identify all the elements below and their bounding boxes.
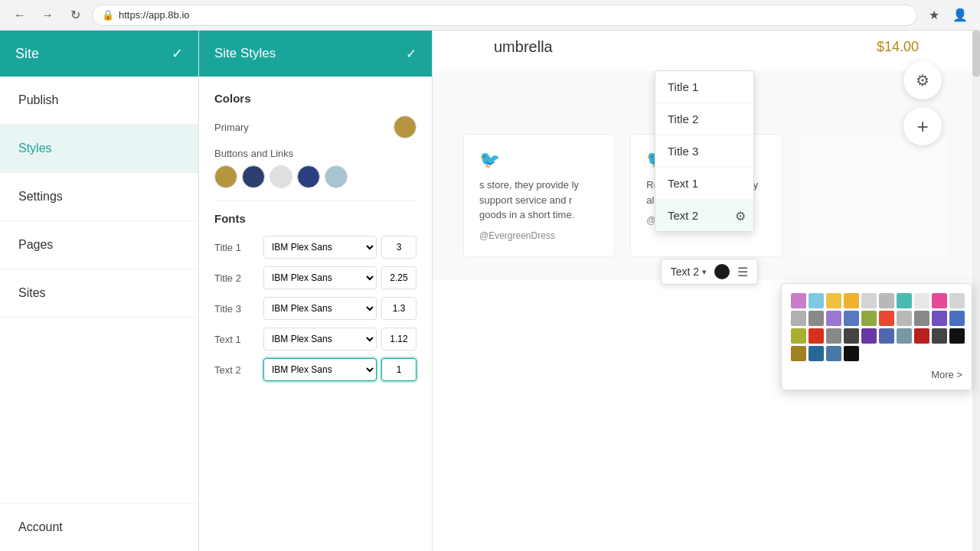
sidebar-item-publish[interactable]: Publish xyxy=(0,77,198,125)
color-cell[interactable] xyxy=(932,311,947,326)
font-type-dropdown: Title 1 Title 2 Title 3 Text 1 Text 2 ⚙ xyxy=(655,70,754,232)
color-cell[interactable] xyxy=(844,346,859,361)
gear-button[interactable]: ⚙ xyxy=(903,61,942,99)
sidebar-nav: Publish Styles Settings Pages Sites Acco… xyxy=(0,77,198,551)
canvas-top-bar: umbrella $14.00 xyxy=(433,31,980,64)
color-cell[interactable] xyxy=(949,293,965,308)
sidebar-item-account[interactable]: Account xyxy=(0,503,198,551)
product-price: $14.00 xyxy=(877,39,919,55)
font-label-text1: Text 1 xyxy=(214,334,259,345)
buttons-links-label: Buttons and Links xyxy=(214,148,416,159)
font-label-title1: Title 1 xyxy=(214,242,259,253)
font-size-title3[interactable] xyxy=(381,297,416,320)
profile-button[interactable]: 👤 xyxy=(949,5,971,26)
refresh-button[interactable]: ↻ xyxy=(64,5,86,26)
color-cell[interactable] xyxy=(914,293,929,308)
sidebar-item-label: Publish xyxy=(18,93,58,106)
sidebar-item-label: Styles xyxy=(18,142,52,155)
font-select-text2[interactable]: IBM Plex Sans xyxy=(263,358,377,381)
sidebar-item-pages[interactable]: Pages xyxy=(0,221,198,269)
btn-color-2[interactable] xyxy=(242,165,265,188)
font-select-text1[interactable]: IBM Plex Sans xyxy=(263,328,377,350)
more-colors-button[interactable]: More > xyxy=(791,366,962,380)
font-select-title2[interactable]: IBM Plex Sans xyxy=(263,266,377,289)
back-button[interactable]: ← xyxy=(9,5,31,26)
font-select-title1[interactable]: IBM Plex Sans xyxy=(263,236,377,259)
styles-check-icon[interactable]: ✓ xyxy=(406,46,416,62)
color-cell[interactable] xyxy=(949,328,965,344)
text2-label-text: Text 2 xyxy=(671,266,699,278)
color-cell[interactable] xyxy=(861,293,877,308)
color-cell[interactable] xyxy=(949,311,965,326)
address-bar[interactable]: 🔒 https://app.8b.io xyxy=(92,5,917,26)
btn-color-3[interactable] xyxy=(270,165,292,188)
sidebar-item-sites[interactable]: Sites xyxy=(0,269,198,318)
main-area: Site ✓ Publish Styles Settings Pages Sit… xyxy=(0,31,980,551)
color-cell[interactable] xyxy=(791,346,806,361)
btn-color-5[interactable] xyxy=(325,165,348,188)
color-cell[interactable] xyxy=(826,293,841,308)
add-button[interactable]: + xyxy=(903,107,942,145)
text2-toolbar: Text 2 ▾ ☰ xyxy=(661,259,758,285)
color-cell[interactable] xyxy=(932,293,947,308)
color-cell[interactable] xyxy=(914,311,929,326)
sidebar-check-icon[interactable]: ✓ xyxy=(172,45,183,62)
color-cell[interactable] xyxy=(844,328,859,344)
forward-button[interactable]: → xyxy=(37,5,58,26)
color-cell[interactable] xyxy=(844,311,859,326)
sidebar-item-label: Pages xyxy=(18,238,53,251)
font-size-title2[interactable] xyxy=(381,266,416,289)
color-cell[interactable] xyxy=(932,328,947,344)
styles-panel-header: Site Styles ✓ xyxy=(199,31,432,77)
color-cell[interactable] xyxy=(897,328,912,344)
color-cell[interactable] xyxy=(879,293,894,308)
text2-toolbar-label[interactable]: Text 2 ▾ xyxy=(671,266,707,278)
font-select-title3[interactable]: IBM Plex Sans xyxy=(263,297,377,320)
text2-align-icon[interactable]: ☰ xyxy=(737,265,748,279)
font-dropdown-title1[interactable]: Title 1 xyxy=(655,71,753,103)
color-cell[interactable] xyxy=(914,328,929,344)
color-cell[interactable] xyxy=(808,311,824,326)
color-cell[interactable] xyxy=(826,328,841,344)
font-size-text2[interactable] xyxy=(381,358,416,381)
color-cell[interactable] xyxy=(844,293,859,308)
color-cell[interactable] xyxy=(826,311,841,326)
font-size-text1[interactable] xyxy=(381,328,416,350)
font-dropdown-text1[interactable]: Text 1 xyxy=(655,168,753,200)
primary-color-swatch[interactable] xyxy=(394,116,416,139)
testimonial-card-1: 🐦 s store, they provide ly support servi… xyxy=(463,134,615,257)
color-cell[interactable] xyxy=(808,346,824,361)
color-cell[interactable] xyxy=(861,328,877,344)
sidebar-title: Site xyxy=(15,46,39,62)
bookmark-button[interactable]: ★ xyxy=(923,5,945,26)
font-dropdown-text2[interactable]: Text 2 ⚙ xyxy=(655,200,753,231)
twitter-icon-1: 🐦 xyxy=(479,150,599,170)
sidebar-item-label: Sites xyxy=(18,286,46,299)
sidebar-item-label: Settings xyxy=(18,190,63,203)
btn-color-1[interactable] xyxy=(214,165,237,188)
color-cell[interactable] xyxy=(826,346,841,361)
color-cell[interactable] xyxy=(861,311,877,326)
font-label-title3: Title 3 xyxy=(214,303,259,315)
sidebar-item-styles[interactable]: Styles xyxy=(0,125,198,173)
color-cell[interactable] xyxy=(808,293,824,308)
color-cell[interactable] xyxy=(791,311,806,326)
color-cell[interactable] xyxy=(897,311,912,326)
color-cell[interactable] xyxy=(897,293,912,308)
font-size-title1[interactable] xyxy=(381,236,416,259)
text2-color-picker[interactable] xyxy=(714,264,730,279)
scrollbar-thumb[interactable] xyxy=(972,31,980,77)
color-cell[interactable] xyxy=(791,328,806,344)
sidebar-item-settings[interactable]: Settings xyxy=(0,173,198,221)
testimonial-text-1: s store, they provide ly support service… xyxy=(479,178,599,223)
color-cell[interactable] xyxy=(879,311,894,326)
color-cell[interactable] xyxy=(808,328,824,344)
font-dropdown-title3[interactable]: Title 3 xyxy=(655,135,753,168)
section-divider xyxy=(214,201,416,201)
btn-color-4[interactable] xyxy=(297,165,320,188)
primary-color-row: Primary xyxy=(214,116,416,139)
color-cell[interactable] xyxy=(791,293,806,308)
color-cell[interactable] xyxy=(879,328,894,344)
testimonial-handle-1: @EvergreenDress xyxy=(479,230,599,241)
font-dropdown-title2[interactable]: Title 2 xyxy=(655,103,753,135)
